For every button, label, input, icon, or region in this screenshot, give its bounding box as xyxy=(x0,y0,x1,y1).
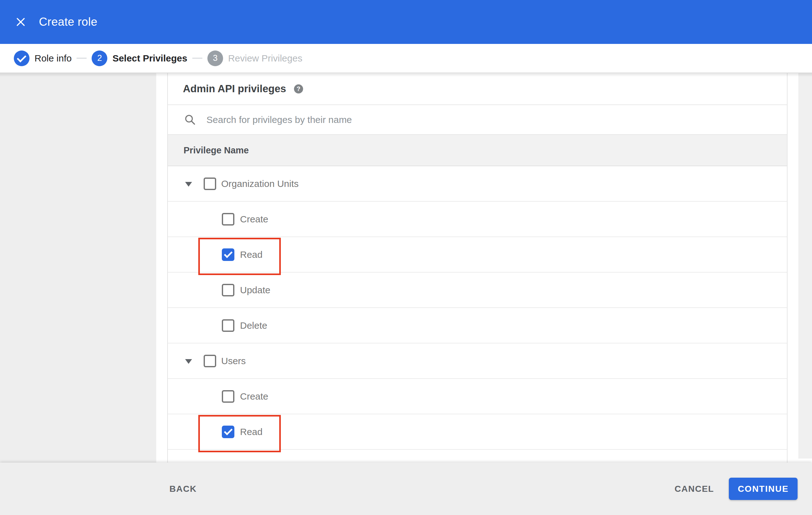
highlight-annotation-box xyxy=(198,238,281,275)
privilege-label: Organization Units xyxy=(221,178,299,189)
dialog-title: Create role xyxy=(39,16,97,29)
privileges-search-row xyxy=(168,105,787,135)
privilege-label: Read xyxy=(240,427,263,437)
privilege-label: Users xyxy=(221,356,246,366)
footer-bar: BACK CANCEL CONTINUE xyxy=(0,463,812,515)
table-column-header: Privilege Name xyxy=(168,135,787,166)
privilege-row: Read xyxy=(168,237,787,273)
privilege-checkbox[interactable] xyxy=(222,248,234,261)
help-icon[interactable]: ? xyxy=(294,84,303,93)
stepper-step-3[interactable]: 3 Review Privileges xyxy=(207,51,302,66)
check-icon xyxy=(17,53,26,62)
stepper-step-1[interactable]: 1 Role info xyxy=(14,51,71,66)
privilege-row: Users xyxy=(168,343,787,379)
step-circle: 3 xyxy=(207,51,223,66)
close-button[interactable] xyxy=(13,14,28,29)
privilege-checkbox[interactable] xyxy=(222,426,234,438)
collapse-arrow-icon[interactable] xyxy=(185,182,192,187)
step-label: Role info xyxy=(34,53,71,64)
stepper-step-2[interactable]: 2 Select Privileges xyxy=(92,51,187,66)
back-button[interactable]: BACK xyxy=(164,481,202,497)
step-circle: 1 xyxy=(14,51,29,66)
stepper: 1 Role info 2 Select Privileges 3 Review… xyxy=(0,44,812,73)
continue-button[interactable]: CONTINUE xyxy=(729,478,798,500)
privileges-table-body: Organization Units Create Read Update De… xyxy=(168,166,787,450)
search-input[interactable] xyxy=(206,114,678,125)
left-sidebar-panel xyxy=(0,73,156,515)
close-icon xyxy=(16,17,26,27)
privileges-card: Admin API privileges ? Privilege Name Or… xyxy=(167,73,787,463)
privilege-label: Update xyxy=(240,285,270,296)
highlight-annotation-box xyxy=(198,415,281,452)
privilege-row: Read xyxy=(168,414,787,450)
search-icon xyxy=(184,114,196,125)
collapse-arrow-icon[interactable] xyxy=(185,359,192,364)
privilege-label: Create xyxy=(240,214,268,224)
privilege-checkbox[interactable] xyxy=(204,178,216,190)
step-circle: 2 xyxy=(92,51,107,66)
privilege-row: Organization Units xyxy=(168,166,787,202)
privilege-row: Create xyxy=(168,202,787,237)
privilege-checkbox[interactable] xyxy=(222,319,234,332)
step-connector xyxy=(77,58,87,59)
column-header-label: Privilege Name xyxy=(183,145,249,156)
privilege-label: Create xyxy=(240,391,268,402)
step-label: Select Privileges xyxy=(112,53,187,64)
privilege-row: Create xyxy=(168,379,787,414)
privilege-checkbox[interactable] xyxy=(204,355,216,367)
privilege-checkbox[interactable] xyxy=(222,284,234,296)
step-connector xyxy=(192,58,202,59)
step-label: Review Privileges xyxy=(228,53,302,64)
privilege-checkbox[interactable] xyxy=(222,390,234,403)
privilege-label: Read xyxy=(240,249,263,260)
privilege-row: Update xyxy=(168,273,787,308)
card-heading-row: Admin API privileges ? xyxy=(168,73,787,105)
cancel-button[interactable]: CANCEL xyxy=(669,481,720,497)
privilege-row: Delete xyxy=(168,308,787,343)
dialog-header: Create role xyxy=(0,0,812,44)
privilege-label: Delete xyxy=(240,320,267,331)
card-title: Admin API privileges xyxy=(183,83,286,95)
scrollbar[interactable] xyxy=(799,73,812,458)
privilege-checkbox[interactable] xyxy=(222,213,234,225)
